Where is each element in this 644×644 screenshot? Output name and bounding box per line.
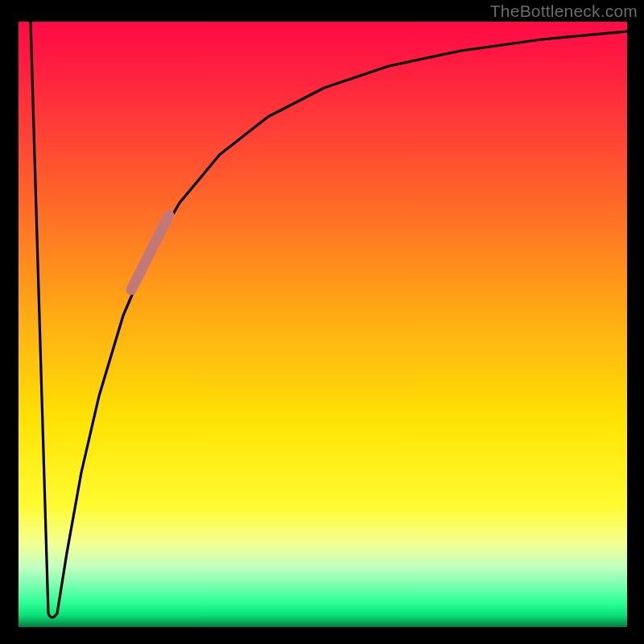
watermark-text: TheBottleneck.com (490, 2, 638, 21)
curve-overlay (19, 22, 627, 627)
bottleneck-curve (31, 22, 627, 617)
highlight-segment (131, 215, 169, 290)
plot-area (19, 22, 627, 627)
chart-frame: TheBottleneck.com (0, 0, 644, 644)
